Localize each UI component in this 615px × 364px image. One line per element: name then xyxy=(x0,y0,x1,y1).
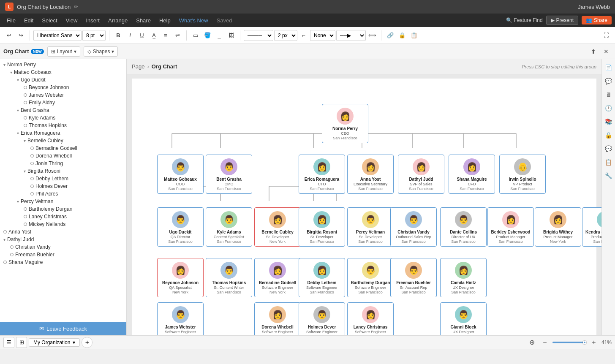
tree-item-dathyl[interactable]: ▾ Dathyl Judd xyxy=(0,236,126,243)
org-node-kendra[interactable]: 👩 Kendra Scrammage Product Manager San F… xyxy=(582,207,601,247)
shapes-button[interactable]: ◇ Shapes ▾ xyxy=(84,46,118,57)
zoom-in-button[interactable]: + xyxy=(589,337,599,348)
image-button[interactable]: 🖼 xyxy=(226,30,237,41)
tree-item-erica[interactable]: ▾ Erica Romaguera xyxy=(14,129,126,137)
org-node-bernadine[interactable]: 👩 Bernadine Godsell Software Engineer Ne… xyxy=(254,258,301,297)
menu-arrange[interactable]: Arrange xyxy=(105,16,131,25)
line-color-button[interactable]: _ xyxy=(214,30,225,41)
pages-icon[interactable]: 📄 xyxy=(604,62,614,73)
bold-button[interactable]: B xyxy=(113,30,124,41)
zoom-out-button[interactable]: − xyxy=(540,337,550,348)
clock-icon[interactable]: 🕐 xyxy=(604,103,614,113)
org-node-shana[interactable]: 👩 Shana Maguire CFO San Francisco xyxy=(449,155,495,194)
present-button[interactable]: ▶ Present xyxy=(546,16,578,25)
add-page-button[interactable]: + xyxy=(82,337,93,348)
tree-item-christian[interactable]: Christian Vandy xyxy=(7,243,126,251)
tree-item-norma[interactable]: ▾ Norma Perry xyxy=(0,61,126,68)
connector-select[interactable]: None xyxy=(310,30,335,41)
zoom-slider[interactable] xyxy=(552,342,586,343)
font-size-select[interactable]: 8 pt xyxy=(82,30,106,41)
tree-item-holmes[interactable]: Holmes Dever xyxy=(27,182,126,190)
tree-item-bent[interactable]: ▾ Bent Grasha xyxy=(14,106,126,114)
menu-view[interactable]: View xyxy=(63,16,81,25)
tree-item-bernadine[interactable]: Bernadine Godsell xyxy=(27,144,126,152)
tree-item-jonis[interactable]: Jonis Thring xyxy=(27,160,126,167)
org-node-kyle[interactable]: 👨 Kyle Adams Content Specialist San Fran… xyxy=(206,207,252,247)
menu-help[interactable]: Help xyxy=(156,16,174,25)
lock-button[interactable]: 🔒 xyxy=(397,30,408,41)
comment-icon[interactable]: 💬 xyxy=(604,144,614,154)
italic-button[interactable]: I xyxy=(125,30,136,41)
close-panel-icon[interactable]: ✕ xyxy=(601,46,612,57)
canvas-wrap[interactable]: 👩 Norma Perry CEO San Francisco 👨 Matteo… xyxy=(127,74,601,335)
org-node-anna[interactable]: 👩 Anna Yost Executive Secretary San Fran… xyxy=(347,155,394,194)
org-node-james_w[interactable]: 👨 James Webster Software Engineer San Fr… xyxy=(157,302,204,335)
menu-whats-new[interactable]: What's New xyxy=(176,16,212,25)
org-node-bent[interactable]: 👨 Bent Grasha CMO San Francisco xyxy=(206,155,252,194)
org-node-laney[interactable]: 👩 Laney Christmas Software Engineer San … xyxy=(347,302,394,335)
tree-item-emily[interactable]: Emily Alday xyxy=(20,99,126,106)
arrow-select[interactable]: ──▶ xyxy=(336,30,366,41)
edit-title-icon[interactable]: ✏ xyxy=(74,4,78,10)
speech-icon[interactable]: 💬 xyxy=(604,76,614,86)
tree-item-laney[interactable]: Laney Christmas xyxy=(20,213,126,220)
lock-right-icon[interactable]: 🔒 xyxy=(604,130,614,140)
org-node-irwin[interactable]: 👴 Irwin Spinello VP Product San Francisc… xyxy=(499,155,546,194)
org-chart-tab[interactable]: Org Chart NEW xyxy=(3,48,44,54)
undo-button[interactable]: ↩ xyxy=(3,30,14,41)
tree-item-shana[interactable]: Shana Maguire xyxy=(0,258,126,266)
org-node-dorena[interactable]: 👩 Dorena Whebell Software Engineer San F… xyxy=(254,302,301,335)
org-node-beyonce[interactable]: 👩 Beyonce Johnson QA Specialist New York xyxy=(157,258,204,297)
org-tab[interactable]: My Organization ▾ xyxy=(29,338,80,347)
org-node-gianni[interactable]: 👨 Gianni Block UX Designer San Francisco xyxy=(440,302,487,335)
rectangle-button[interactable]: ▭ xyxy=(190,30,201,41)
align-left-button[interactable]: ≡ xyxy=(160,30,171,41)
line-width-select[interactable]: 2 px xyxy=(274,30,297,41)
org-node-percy[interactable]: 👨 Percy Veltman Sr. Developer San Franci… xyxy=(347,207,394,247)
font-color-button[interactable]: A̲ xyxy=(148,30,159,41)
tree-item-bartholemy[interactable]: Bartholemy Durgan xyxy=(20,205,126,213)
flip-button[interactable]: ⟺ xyxy=(367,30,378,41)
menu-share[interactable]: Share xyxy=(133,16,154,25)
tree-item-ugo[interactable]: ▾ Ugo Duckit xyxy=(14,76,126,84)
zoom-fit-button[interactable]: ⊕ xyxy=(527,337,537,348)
org-node-bernelle[interactable]: 👩 Bernelle Cubley Sr. Developer New York xyxy=(254,207,301,247)
org-node-erica[interactable]: 👩 Erica Romaguera CTO San Francisco xyxy=(299,155,345,194)
org-node-dathyl[interactable]: 👩 Dathyl Judd SVP of Sales San Francisco xyxy=(398,155,444,194)
menu-edit[interactable]: Edit xyxy=(21,16,37,25)
tree-item-anna[interactable]: Anna Yost xyxy=(0,228,126,236)
org-node-matteo[interactable]: 👨 Matteo Gobeaux COO San Francisco xyxy=(157,155,204,194)
tree-item-bernelle[interactable]: ▾ Bernelle Cubley xyxy=(20,137,126,144)
tree-item-phil[interactable]: Phil Acres xyxy=(27,190,126,198)
menu-insert[interactable]: Insert xyxy=(82,16,103,25)
org-node-thomas[interactable]: 👨 Thomas Hopkins Sr. Content Writer San … xyxy=(206,258,252,297)
text-direction-button[interactable]: ⇌ xyxy=(172,30,183,41)
list-view-button[interactable]: ☰ xyxy=(3,337,14,348)
layers-icon[interactable]: 📚 xyxy=(604,117,614,127)
org-node-birgitta[interactable]: 👩 Birgitta Rosoni Sr. Developer San Fran… xyxy=(299,207,345,247)
tree-item-birgitta[interactable]: ▾ Birgitta Rosoni xyxy=(20,167,126,175)
org-node-ugo[interactable]: 👨 Ugo Duckit QA Director San Francisco xyxy=(157,207,204,247)
grid-view-button[interactable]: ⊞ xyxy=(16,337,27,348)
tree-item-mickey[interactable]: Mickey Neilands xyxy=(20,220,126,228)
font-family-select[interactable]: Liberation Sans xyxy=(33,30,82,41)
fullscreen-button[interactable]: ⛶ xyxy=(601,30,612,41)
redo-button[interactable]: ↪ xyxy=(15,30,26,41)
layout-button[interactable]: ⊞ Layout ▾ xyxy=(47,46,80,57)
underline-button[interactable]: U xyxy=(136,30,147,41)
tree-item-debby[interactable]: Debby Lethem xyxy=(27,175,126,182)
tree-item-percy[interactable]: ▾ Percy Veltman xyxy=(14,198,126,205)
tree-item-thomas[interactable]: Thomas Hopkins xyxy=(20,122,126,129)
copy-style-button[interactable]: 📋 xyxy=(408,30,419,41)
tools-icon[interactable]: 🔧 xyxy=(604,171,614,181)
feature-find[interactable]: 🔍 Feature Find xyxy=(506,17,542,23)
link-button[interactable]: 🔗 xyxy=(385,30,396,41)
org-node-bartholemy[interactable]: 👨 Bartholemy Durgan Software Engineer Sa… xyxy=(347,258,394,297)
org-node-camila[interactable]: 👩 Camila Hintz UX Designer San Francisco xyxy=(440,258,487,297)
menu-select[interactable]: Select xyxy=(38,16,60,25)
tree-item-beyonce[interactable]: Beyonce Johnson xyxy=(20,84,126,91)
tree-item-freeman[interactable]: Freeman Buehler xyxy=(7,251,126,258)
tree-item-matteo[interactable]: ▾ Matteo Gobeaux xyxy=(7,68,126,76)
tree-item-kyle[interactable]: Kyle Adams xyxy=(20,114,126,122)
org-node-christian[interactable]: 👨 Christian Vandy Outbound Sales Rep San… xyxy=(390,207,437,247)
